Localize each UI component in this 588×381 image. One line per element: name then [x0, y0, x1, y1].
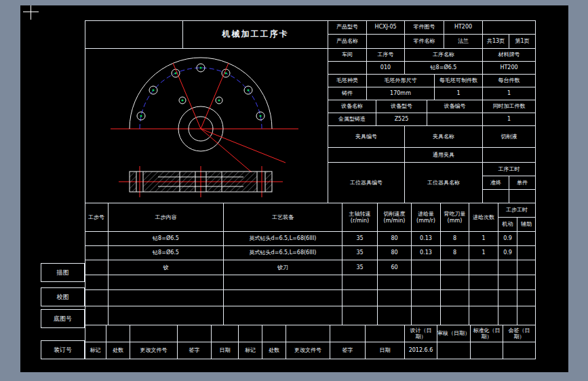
header-blank-cell [483, 20, 536, 35]
col-feed-unit: (mm/r) [416, 218, 435, 224]
col-spindle-speed-label: 主轴转速 [349, 211, 371, 217]
footer-blank-cell [85, 325, 106, 342]
step-row-4-depth [441, 290, 469, 306]
footer-blank-cell [366, 325, 405, 342]
col-aux-time: 辅助 [517, 218, 536, 232]
step-row-3-equipment [224, 275, 342, 290]
step-row-0-feed: 0.13 [412, 232, 441, 246]
blank-size-label: 毛坯外形尺寸 [367, 75, 435, 87]
step-row-1-speed: 80 [378, 246, 412, 260]
step-row-5-depth [441, 306, 469, 325]
equipment-no-label: 设备编号 [427, 100, 483, 113]
footer-blank-cell [330, 325, 366, 342]
product-model-value: HCXJ-05 [367, 20, 405, 35]
step-row-2-machine [498, 260, 517, 275]
fixture-no-label: 夹具编号 [328, 126, 405, 148]
step-row-3-no [85, 275, 109, 290]
step-row-4-spindle [342, 290, 378, 306]
step-row-3-aux [517, 275, 536, 290]
equipment-model-value: Z525 [376, 113, 427, 126]
step-row-4-speed [378, 290, 412, 306]
process-no-value: 010 [367, 62, 405, 75]
step-row-5-no [85, 306, 109, 325]
col-machine-time: 机动 [498, 218, 517, 232]
col-equipment: 工艺装备 [224, 203, 342, 232]
step-row-1-no [85, 246, 109, 260]
step-row-0-spindle: 35 [342, 232, 378, 246]
per-machine-label: 每台件数 [483, 75, 536, 87]
col-step-content: 工步内容 [109, 203, 224, 232]
piece-time-value [509, 190, 536, 203]
col-spindle-speed-unit: (r/min) [351, 218, 369, 224]
col-depth-unit: (mm) [448, 218, 463, 224]
step-row-0-content: 钻8=Ø6.5 [109, 232, 224, 246]
footer-blank-cell [106, 325, 130, 342]
material-label: 材料牌号 [483, 49, 536, 62]
step-row-2-spindle: 35 [342, 260, 378, 275]
col-depth: 背吃刀量 (mm) [441, 203, 469, 232]
red-leader-lines [173, 63, 286, 172]
hole-center-dots [140, 66, 261, 117]
countersign-date-label: 会签（日期） [503, 325, 536, 342]
simultaneous-value: 1 [483, 113, 536, 126]
step-row-0-speed: 80 [378, 232, 412, 246]
per-machine-value: 1 [483, 87, 536, 100]
coolant-label: 切削液 [483, 126, 536, 148]
standardize-date-value [471, 342, 503, 359]
process-time-label: 工序工时 [483, 163, 536, 176]
step-row-3-feed [412, 275, 441, 290]
step-row-4-passes [469, 290, 498, 306]
step-row-0-aux [517, 232, 536, 246]
design-date-label: 设计（日期） [405, 325, 437, 342]
step-row-2-passes [469, 260, 498, 275]
footer-date-label: 日期 [212, 342, 239, 359]
fixture-name-label: 夹具名称 [405, 126, 483, 148]
equipment-model-label: 设备型号 [376, 100, 427, 113]
base-drawing-no-box: 底图号 [41, 309, 85, 328]
step-row-1-feed: 0.13 [412, 246, 441, 260]
step-row-5-machine [498, 306, 517, 325]
step-row-0-no [85, 232, 109, 246]
col-spindle-speed: 主轴转速 (r/min) [342, 203, 378, 232]
part-no-value: HT200 [444, 20, 483, 35]
process-name-value: 钻8=Ø6.5 [405, 62, 483, 75]
step-row-1-content: 钻8=Ø6.5 [109, 246, 224, 260]
step-row-4-equipment [224, 290, 342, 306]
footer-sign-label: 签字 [178, 342, 212, 359]
countersign-date-value [503, 342, 536, 359]
step-row-4-no [85, 290, 109, 306]
footer-sign-label-2: 签字 [330, 342, 366, 359]
step-row-2-depth [441, 260, 469, 275]
step-row-2-equipment: 铰刀 [224, 260, 342, 275]
step-row-1-passes: 1 [469, 246, 498, 260]
step-row-0-depth: 8 [441, 232, 469, 246]
step-row-2-speed: 60 [378, 260, 412, 275]
step-row-0-machine: 0.9 [498, 232, 517, 246]
step-row-1-machine: 0.9 [498, 246, 517, 260]
per-blank-value: 1 [435, 87, 483, 100]
page-number: 第1页 [509, 35, 536, 49]
company-cell [85, 20, 183, 49]
step-row-0-equipment: 莫式钻头d=6.5,L=68(6III) [224, 232, 342, 246]
col-step-no: 工步号 [85, 203, 109, 232]
footer-blank-cell [130, 325, 178, 342]
step-row-5-aux [517, 306, 536, 325]
station-no-label: 工位器具编号 [328, 163, 405, 203]
material-value: HT200 [483, 62, 536, 75]
col-feed: 进给量 (mm/r) [412, 203, 441, 232]
col-passes: 进给次数 [469, 203, 498, 232]
step-row-3-passes [469, 275, 498, 290]
col-step-time: 工步工时 [498, 203, 536, 218]
review-date-label: 审核（日期） [437, 325, 471, 342]
col-depth-label: 背吃刀量 [444, 211, 466, 217]
workshop-label: 车间 [328, 49, 367, 62]
step-row-3-machine [498, 275, 517, 290]
step-row-3-content [109, 275, 224, 290]
step-row-2-content: 铰 [109, 260, 224, 275]
step-row-1-aux [517, 246, 536, 260]
piece-time-label: 单件 [509, 176, 536, 190]
footer-blank-cell [178, 325, 212, 342]
coolant-value [483, 148, 536, 163]
product-name-value [367, 35, 405, 49]
step-row-1-spindle: 35 [342, 246, 378, 260]
